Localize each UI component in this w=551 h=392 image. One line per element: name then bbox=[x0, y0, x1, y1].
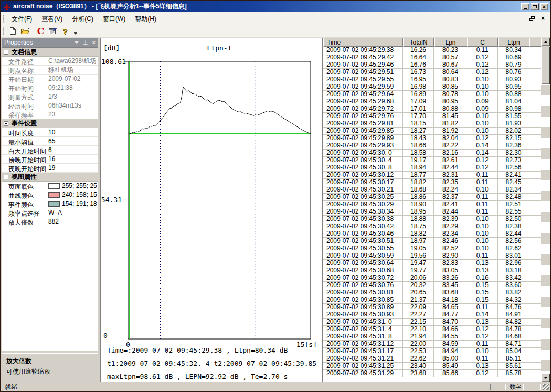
table-row[interactable]: 2009-07-02 09:45:30.1718.8282.350.1182.4… bbox=[323, 179, 541, 186]
column-header-c[interactable]: C bbox=[467, 38, 498, 47]
maximize-button[interactable] bbox=[531, 3, 539, 10]
color-swatch[interactable] bbox=[48, 183, 60, 189]
collapse-icon[interactable] bbox=[4, 121, 8, 126]
mdi-restore-button[interactable] bbox=[529, 16, 535, 21]
table-row[interactable]: 2009-07-02 09:45:30.1218.7782.310.1182.4… bbox=[323, 172, 541, 179]
help-button[interactable]: ? bbox=[59, 25, 71, 37]
column-header-ltpn[interactable]: Ltpn bbox=[498, 38, 529, 47]
table-row[interactable]: 2009-07-02 09:45:30.6819.7783.050.1383.1… bbox=[323, 267, 541, 274]
property-value[interactable]: 16 bbox=[46, 155, 98, 163]
collapse-icon[interactable] bbox=[4, 175, 8, 179]
table-row[interactable]: 2009-07-02 09:45:31.2523.4085.490.1385.6… bbox=[323, 363, 541, 370]
section-header-event-settings[interactable]: 事件设置 bbox=[2, 119, 98, 128]
column-header-lpn[interactable]: Lpn bbox=[434, 38, 467, 47]
pin-icon[interactable]: ⊥ bbox=[83, 40, 88, 46]
column-header-time[interactable]: Time bbox=[323, 38, 403, 47]
table-row[interactable]: 2009-07-02 09:45:29.8918.4382.040.1282.1… bbox=[323, 135, 541, 142]
table-row[interactable]: 2009-07-02 09:45:30.3418.9582.440.1182.5… bbox=[323, 208, 541, 216]
table-row[interactable]: 2009-07-02 09:45:31. 821.9484.550.1284.6… bbox=[323, 333, 541, 341]
panel-menu-icon[interactable] bbox=[75, 41, 79, 44]
properties-button[interactable] bbox=[47, 25, 59, 37]
section-header-doc-info[interactable]: 文档信息 bbox=[2, 48, 98, 57]
table-row[interactable]: 2009-07-02 09:45:29.4616.7680.670.1280.7… bbox=[323, 61, 541, 69]
menu-help[interactable]: 帮助(H) bbox=[130, 14, 161, 24]
table-row[interactable]: 2009-07-02 09:45:31.1222.0084.590.1184.7… bbox=[323, 341, 541, 348]
property-value[interactable]: 1/3 bbox=[46, 92, 98, 101]
table-row[interactable]: 2009-07-02 09:45:30.9322.2784.770.1484.9… bbox=[323, 311, 541, 319]
table-row[interactable]: 2009-07-02 09:45:29.8518.2781.920.1082.0… bbox=[323, 128, 541, 135]
column-header-totaln[interactable]: TotalN bbox=[403, 38, 434, 47]
resize-grip[interactable] bbox=[543, 384, 549, 390]
properties-panel-header[interactable]: Properties ⊥ × bbox=[2, 38, 98, 47]
property-value[interactable]: 09:21:38 bbox=[46, 83, 98, 92]
table-row[interactable]: 2009-07-02 09:45:29.3816.2680.230.1180.3… bbox=[323, 47, 541, 54]
toolbar-options-button[interactable] bbox=[72, 25, 79, 37]
menu-file[interactable]: 文件(F) bbox=[7, 14, 37, 24]
table-row[interactable]: 2009-07-02 09:45:31. 422.1084.660.1284.7… bbox=[323, 326, 541, 333]
menu-analysis[interactable]: 分析(C) bbox=[67, 14, 98, 24]
scrollbar-thumb[interactable] bbox=[541, 47, 550, 84]
table-row[interactable]: 2009-07-02 09:45:30.4618.8282.340.1082.4… bbox=[323, 230, 541, 238]
section-header-view-props[interactable]: 视图属性 bbox=[2, 173, 98, 182]
property-value[interactable]: 154; 191; 18 bbox=[46, 199, 98, 208]
table-row[interactable]: 2009-07-02 09:45:29.5516.9580.830.1080.9… bbox=[323, 76, 541, 83]
close-button[interactable]: × bbox=[540, 3, 548, 10]
table-row[interactable]: 2009-07-02 09:45:30.3818.8882.390.1082.5… bbox=[323, 216, 541, 223]
table-row[interactable]: 2009-07-02 09:45:29.7617.7081.450.1081.5… bbox=[323, 113, 541, 120]
table-row[interactable]: 2009-07-02 09:45:29.7217.0180.880.0980.9… bbox=[323, 105, 541, 113]
table-row[interactable]: 2009-07-02 09:45:29.4216.6480.570.1280.6… bbox=[323, 54, 541, 61]
table-row[interactable]: 2009-07-02 09:45:31.2923.6885.660.1285.7… bbox=[323, 370, 541, 377]
table-row[interactable]: 2009-07-02 09:45:31.1722.5384.940.1085.0… bbox=[323, 348, 541, 355]
table-row[interactable]: 2009-07-02 09:45:31.2122.6285.000.1185.1… bbox=[323, 355, 541, 363]
open-file-button[interactable] bbox=[19, 25, 31, 37]
property-value[interactable]: 882 bbox=[46, 217, 98, 226]
table-row[interactable]: 2009-07-02 09:45:30.2518.8682.370.1182.4… bbox=[323, 194, 541, 201]
table-row[interactable]: 2009-07-02 09:45:29.9318.6682.220.1482.3… bbox=[323, 142, 541, 150]
property-value[interactable]: W_A bbox=[46, 208, 98, 217]
table-scrollbar[interactable] bbox=[541, 38, 550, 382]
table-row[interactable]: 2009-07-02 09:45:30.7220.0683.260.1683.4… bbox=[323, 274, 541, 282]
property-value[interactable]: 6 bbox=[46, 146, 98, 154]
table-row[interactable]: 2009-07-02 09:45:30.2918.9082.410.1182.5… bbox=[323, 201, 541, 208]
property-value[interactable]: 65 bbox=[46, 137, 98, 145]
property-value[interactable]: C:\awa6298\机场 bbox=[46, 57, 98, 65]
property-value[interactable]: 19 bbox=[46, 164, 98, 172]
property-value[interactable]: 255; 255; 25 bbox=[46, 182, 98, 190]
table-row[interactable]: 2009-07-02 09:45:30.5519.0582.520.1082.6… bbox=[323, 245, 541, 252]
table-row[interactable]: 2009-07-02 09:45:30. 018.5882.160.1482.3… bbox=[323, 150, 541, 157]
collapse-icon[interactable] bbox=[4, 50, 8, 55]
table-row[interactable]: 2009-07-02 09:45:30.8120.6583.680.1583.8… bbox=[323, 289, 541, 296]
mdi-close-button[interactable]: × bbox=[541, 16, 545, 21]
property-value[interactable]: 2009-07-02 bbox=[46, 75, 98, 83]
new-document-button[interactable] bbox=[7, 25, 19, 37]
table-row[interactable]: 2009-07-02 09:45:30.5118.9782.460.1082.5… bbox=[323, 238, 541, 245]
property-value[interactable]: 06h34m13s bbox=[46, 101, 98, 110]
property-value[interactable]: 10 bbox=[46, 128, 98, 136]
menubar-grip[interactable] bbox=[3, 15, 4, 23]
color-swatch[interactable] bbox=[48, 192, 60, 198]
toolbar-grip[interactable] bbox=[3, 27, 4, 35]
table-row[interactable]: 2009-07-02 09:45:30.4218.7582.290.1082.3… bbox=[323, 223, 541, 230]
color-swatch[interactable] bbox=[48, 201, 60, 207]
table-row[interactable]: 2009-07-02 09:45:30.8521.3784.180.1584.3… bbox=[323, 296, 541, 304]
table-row[interactable]: 2009-07-02 09:45:30.8922.0984.650.1184.7… bbox=[323, 304, 541, 311]
property-value[interactable]: 23 bbox=[46, 110, 98, 119]
table-row[interactable]: 2009-07-02 09:45:31. 022.1584.700.1384.8… bbox=[323, 319, 541, 326]
table-row[interactable]: 2009-07-02 09:45:29.5116.7380.640.1280.7… bbox=[323, 69, 541, 76]
menu-view[interactable]: 查看(V) bbox=[37, 14, 67, 24]
scroll-down-button[interactable] bbox=[541, 374, 550, 382]
chart-panel[interactable]: Ltpn-T[dB]108.6154.310015[s] Time=:2009-… bbox=[100, 38, 323, 382]
property-value[interactable]: 栎社机场 bbox=[46, 66, 98, 74]
table-row[interactable]: 2009-07-02 09:45:30.2118.6882.240.1082.3… bbox=[323, 186, 541, 194]
table-row[interactable]: 2009-07-02 09:45:30. 818.9482.440.1282.5… bbox=[323, 164, 541, 172]
table-row[interactable]: 2009-07-02 09:45:30.6419.4782.830.1382.9… bbox=[323, 260, 541, 267]
table-row[interactable]: 2009-07-02 09:45:29.8118.1581.820.1081.9… bbox=[323, 120, 541, 128]
minimize-button[interactable] bbox=[521, 3, 529, 10]
panel-close-icon[interactable]: × bbox=[92, 40, 96, 46]
analysis-button[interactable]: C bbox=[35, 25, 47, 37]
table-row[interactable]: 2009-07-02 09:45:29.6817.0980.950.0981.0… bbox=[323, 98, 541, 105]
property-value[interactable]: 240; 158; 15 bbox=[46, 190, 98, 199]
scroll-up-button[interactable] bbox=[541, 38, 550, 46]
table-row[interactable]: 2009-07-02 09:45:29.6416.8980.780.1080.8… bbox=[323, 91, 541, 98]
table-row[interactable]: 2009-07-02 09:45:30. 419.1782.610.1282.7… bbox=[323, 157, 541, 164]
